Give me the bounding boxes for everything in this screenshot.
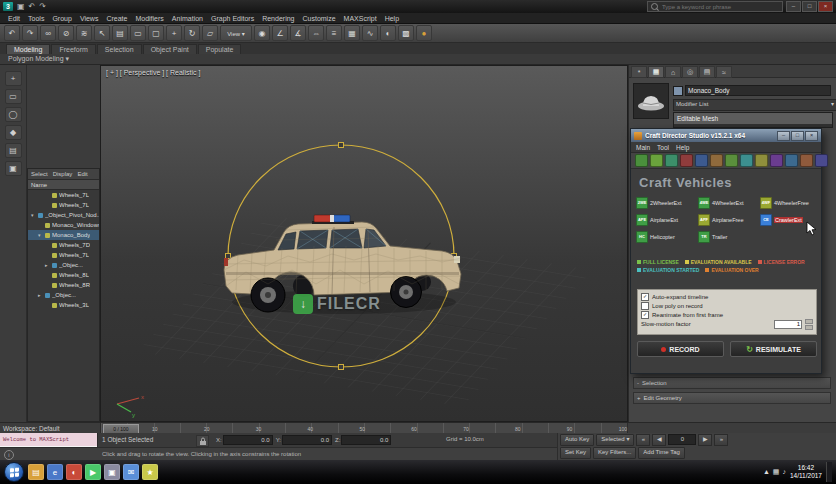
tree-item[interactable]: Monaco_Windows [28, 220, 99, 230]
select-and-rotate-icon[interactable]: ↻ [184, 25, 200, 41]
craft-tool-icon[interactable] [770, 154, 783, 167]
selection-filter-dropdown[interactable]: Selected ▾ [596, 434, 634, 446]
craft-tool-icon[interactable] [635, 154, 648, 167]
undo-icon[interactable]: ↶ [28, 1, 37, 12]
craft-tool-icon[interactable] [815, 154, 828, 167]
select-and-scale-icon[interactable]: ▱ [202, 25, 218, 41]
select-by-name-icon[interactable]: ▤ [112, 25, 128, 41]
menu-item[interactable]: Tools [28, 15, 44, 22]
grid-icon[interactable]: ▣ [5, 161, 22, 176]
modifier-icon[interactable]: ◆ [5, 125, 22, 140]
tree-item[interactable]: Wheels_7L [28, 190, 99, 200]
reference-coordinate-dropdown[interactable]: View ▾ [220, 25, 252, 41]
redo-icon[interactable]: ↷ [22, 25, 38, 41]
coordinate-input[interactable]: 0.0 [223, 435, 273, 445]
key-filters-button[interactable]: Key Filters... [593, 447, 636, 459]
taskbar-clock[interactable]: 16:42 14/11/2017 [790, 464, 822, 481]
rollout-header[interactable]: - Selection [633, 377, 831, 389]
craft-menu-item[interactable]: Main [636, 144, 650, 151]
start-button[interactable] [4, 462, 24, 482]
redo-icon[interactable]: ↷ [38, 1, 47, 12]
current-frame-input[interactable]: 0 [668, 434, 696, 445]
browser-icon[interactable]: e [47, 464, 63, 480]
coordinate-input[interactable]: 0.0 [341, 435, 391, 445]
auto-key-button[interactable]: Auto Key [560, 434, 594, 446]
craft-tool-icon[interactable] [710, 154, 723, 167]
ribbon-tab[interactable]: Modeling [6, 44, 50, 54]
menu-item[interactable]: Customize [302, 15, 335, 22]
coordinate-input[interactable]: 0.0 [282, 435, 332, 445]
render-production-icon[interactable]: ● [416, 25, 432, 41]
craft-tool-icon[interactable] [650, 154, 663, 167]
slow-motion-input[interactable]: 1 [774, 320, 802, 329]
vehicle-item[interactable]: APF AirplaneFree [697, 212, 757, 227]
tree-item[interactable]: Wheels_8R [28, 280, 99, 290]
media-icon[interactable]: ◐ [66, 464, 82, 480]
spinner-icon[interactable] [805, 319, 813, 330]
selection-lock-toggle[interactable] [196, 435, 209, 447]
modifier-list-dropdown[interactable]: Modifier List ▾ [673, 99, 836, 111]
listener-macro-line[interactable]: Welcome to MAXScript [0, 433, 97, 446]
ribbon-tab[interactable]: Populate [198, 44, 242, 54]
craft-tool-icon[interactable] [665, 154, 678, 167]
modify-tab-icon[interactable]: ▦ [648, 66, 664, 78]
ribbon-tab[interactable]: Freeform [51, 44, 95, 54]
menu-item[interactable]: MAXScript [344, 15, 377, 22]
circle-icon[interactable]: ◯ [5, 107, 22, 122]
craft-tool-icon[interactable] [755, 154, 768, 167]
mirror-icon[interactable]: ⇔ [308, 25, 324, 41]
expand-arrow-icon[interactable]: ▾ [38, 232, 43, 238]
explorer-menu-item[interactable]: Select [31, 171, 48, 177]
menu-item[interactable]: Edit [8, 15, 20, 22]
workspace-selector[interactable]: Workspace: Default [3, 425, 60, 432]
add-time-tag[interactable]: Add Time Tag [638, 447, 685, 459]
rollout-header[interactable]: + Edit Geometry [633, 392, 831, 404]
polygon-modeling-panel[interactable]: Polygon Modeling ▾ [8, 55, 69, 63]
ribbon-tab[interactable]: Object Paint [143, 44, 197, 54]
checkbox[interactable] [641, 293, 649, 301]
previous-frame-button[interactable]: ◀ [652, 434, 666, 446]
perspective-viewport[interactable]: x y [ + ] [ Perspective ] [ Realistic ] … [100, 65, 628, 422]
network-icon[interactable]: ▦ [773, 468, 780, 476]
tree-item[interactable]: ▾ _Object_Pivot_Nod... [28, 210, 99, 220]
craft-tool-icon[interactable] [740, 154, 753, 167]
select-link-icon[interactable]: ∞ [40, 25, 56, 41]
create-tab-icon[interactable]: * [631, 66, 647, 78]
craft-tool-icon[interactable] [695, 154, 708, 167]
volume-icon[interactable]: ♪ [782, 468, 786, 476]
modifier-stack-row[interactable]: Editable Mesh [674, 113, 832, 124]
star-icon[interactable]: ★ [142, 464, 158, 480]
hierarchy-tab-icon[interactable]: ⌂ [665, 66, 681, 78]
tree-item[interactable]: ▸ _Objec... [28, 260, 99, 270]
save-icon[interactable]: ▣ [16, 1, 26, 12]
show-desktop-button[interactable] [826, 462, 832, 482]
layer-manager-icon[interactable]: ▦ [344, 25, 360, 41]
window-crossing-icon[interactable]: ▢ [148, 25, 164, 41]
object-color-swatch[interactable] [673, 86, 683, 96]
menu-item[interactable]: Help [385, 15, 399, 22]
viewport-label[interactable]: [ + ] [ Perspective ] [ Realistic ] [106, 69, 200, 76]
go-to-end-button[interactable]: » [714, 434, 728, 446]
window-control-button[interactable]: □ [802, 1, 817, 12]
unlink-icon[interactable]: ⊘ [58, 25, 74, 41]
set-key-button[interactable]: Set Key [560, 447, 591, 459]
checkbox[interactable] [641, 302, 649, 310]
select-object-icon[interactable]: ↖ [94, 25, 110, 41]
craft-tool-icon[interactable] [800, 154, 813, 167]
craft-window-button[interactable]: × [805, 131, 818, 141]
bind-to-space-warp-icon[interactable]: ≋ [76, 25, 92, 41]
app-icon[interactable]: ▣ [104, 464, 120, 480]
go-to-start-button[interactable]: « [636, 434, 650, 446]
ribbon-tab[interactable]: Selection [97, 44, 142, 54]
vehicle-item[interactable]: 4WE 4WheelerExt [697, 195, 757, 210]
explorer-menu-item[interactable]: Edit [77, 171, 87, 177]
expand-arrow-icon[interactable]: ▾ [31, 212, 36, 218]
craft-window-button[interactable]: □ [791, 131, 804, 141]
craft-menu-item[interactable]: Tool [657, 144, 669, 151]
tree-item[interactable]: Wheels_8L [28, 270, 99, 280]
explorer-menu-item[interactable]: Display [53, 171, 73, 177]
angle-snap-icon[interactable]: ∡ [290, 25, 306, 41]
craft-menu-item[interactable]: Help [676, 144, 689, 151]
craft-window-button[interactable]: – [777, 131, 790, 141]
list-icon[interactable]: ▤ [5, 143, 22, 158]
